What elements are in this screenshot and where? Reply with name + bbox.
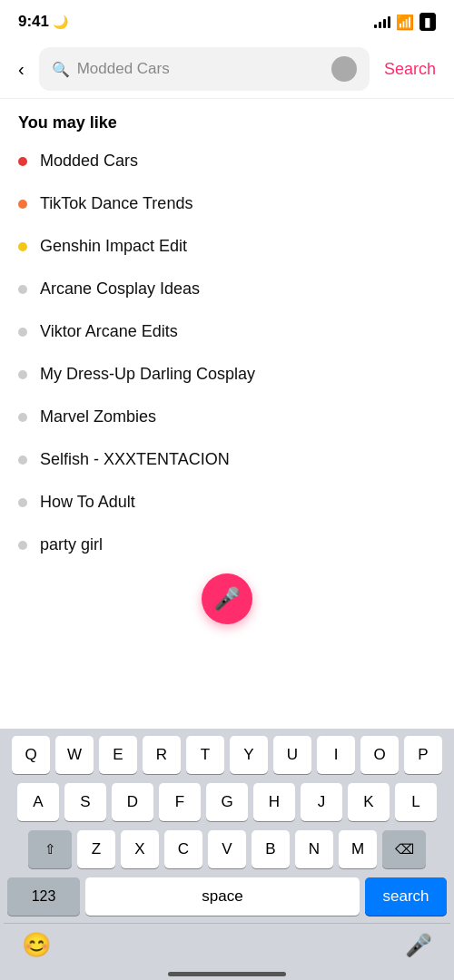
signal-icon <box>374 15 390 28</box>
key-i[interactable]: I <box>317 736 355 774</box>
dot-icon <box>18 413 27 422</box>
dot-icon <box>18 370 27 379</box>
dot-icon <box>18 498 27 507</box>
keyboard-row-2: ASDFGHJKL <box>4 783 450 821</box>
key-m[interactable]: M <box>339 830 377 868</box>
key-r[interactable]: R <box>143 736 181 774</box>
key-g[interactable]: G <box>206 783 248 821</box>
back-button[interactable]: ‹ <box>15 55 28 83</box>
moon-icon: 🌙 <box>53 15 68 29</box>
status-bar: 9:41 🌙 📶 ▮ <box>0 0 454 40</box>
key-f[interactable]: F <box>159 783 201 821</box>
suggestion-text: TikTok Dance Trends <box>40 194 192 213</box>
key-b[interactable]: B <box>252 830 290 868</box>
list-item[interactable]: My Dress-Up Darling Cosplay <box>0 353 454 396</box>
suggestion-text: Viktor Arcane Edits <box>40 322 178 341</box>
key-s[interactable]: S <box>64 783 106 821</box>
list-item[interactable]: Genshin Impact Edit <box>0 225 454 268</box>
numbers-key[interactable]: 123 <box>7 877 80 916</box>
section-title: You may like <box>0 99 454 140</box>
search-bar[interactable]: 🔍 Modded Cars <box>39 47 370 91</box>
avatar <box>331 56 357 82</box>
key-u[interactable]: U <box>273 736 311 774</box>
dot-icon <box>18 242 27 251</box>
dot-icon <box>18 456 27 465</box>
suggestion-text: Marvel Zombies <box>40 407 156 426</box>
key-e[interactable]: E <box>99 736 137 774</box>
key-n[interactable]: N <box>295 830 333 868</box>
status-time: 9:41 <box>18 13 49 31</box>
key-h[interactable]: H <box>253 783 295 821</box>
dot-icon <box>18 157 27 166</box>
mic-fab-icon: 🎤 <box>213 586 241 612</box>
suggestion-text: Genshin Impact Edit <box>40 237 187 256</box>
suggestion-text: Modded Cars <box>40 152 138 171</box>
home-bar <box>168 972 286 976</box>
key-j[interactable]: J <box>301 783 342 821</box>
list-item[interactable]: Modded Cars <box>0 140 454 182</box>
dictation-key[interactable]: 🎤 <box>405 933 432 958</box>
key-o[interactable]: O <box>360 736 399 774</box>
dot-icon <box>18 200 27 209</box>
keyboard: QWERTYUIOP ASDFGHJKL ⇧ ZXCVBNM⌫ 123 spac… <box>0 729 454 980</box>
emoji-key[interactable]: 😊 <box>22 931 51 959</box>
key-p[interactable]: P <box>404 736 442 774</box>
keyboard-accessory: 😊 🎤 <box>4 923 450 966</box>
suggestion-text: Arcane Cosplay Ideas <box>40 279 200 299</box>
key-z[interactable]: Z <box>77 830 115 868</box>
key-d[interactable]: D <box>112 783 153 821</box>
list-item[interactable]: How To Adult <box>0 481 454 524</box>
key-a[interactable]: A <box>17 783 59 821</box>
keyboard-row-1: QWERTYUIOP <box>4 736 450 774</box>
keyboard-row-3: ⇧ ZXCVBNM⌫ <box>4 830 450 868</box>
list-item[interactable]: Arcane Cosplay Ideas <box>0 268 454 310</box>
key-v[interactable]: V <box>208 830 246 868</box>
battery-icon: ▮ <box>419 13 436 31</box>
list-item[interactable]: Selfish - XXXTENTACION <box>0 438 454 481</box>
key-c[interactable]: C <box>164 830 202 868</box>
suggestion-text: Selfish - XXXTENTACION <box>40 450 230 469</box>
wifi-icon: 📶 <box>396 14 414 31</box>
mic-fab-button[interactable]: 🎤 <box>202 573 252 624</box>
key-k[interactable]: K <box>348 783 390 821</box>
search-button[interactable]: Search <box>380 56 439 83</box>
home-indicator <box>4 966 450 980</box>
suggestion-text: How To Adult <box>40 493 135 512</box>
dot-icon <box>18 285 27 294</box>
key-q[interactable]: Q <box>12 736 50 774</box>
search-icon: 🔍 <box>52 61 70 78</box>
list-item[interactable]: Viktor Arcane Edits <box>0 310 454 353</box>
list-item[interactable]: TikTok Dance Trends <box>0 182 454 225</box>
suggestion-text: party girl <box>40 535 103 554</box>
keyboard-bottom-row: 123 space search <box>4 877 450 923</box>
key-t[interactable]: T <box>186 736 224 774</box>
key-x[interactable]: X <box>121 830 159 868</box>
suggestion-text: My Dress-Up Darling Cosplay <box>40 365 255 384</box>
key-l[interactable]: L <box>395 783 437 821</box>
key-w[interactable]: W <box>55 736 94 774</box>
delete-key[interactable]: ⌫ <box>382 830 426 868</box>
shift-key[interactable]: ⇧ <box>28 830 72 868</box>
suggestion-list: Modded Cars TikTok Dance Trends Genshin … <box>0 140 454 566</box>
list-item[interactable]: Marvel Zombies <box>0 396 454 438</box>
search-input[interactable]: Modded Cars <box>77 60 324 78</box>
key-y[interactable]: Y <box>230 736 268 774</box>
dot-icon <box>18 541 27 550</box>
status-icons: 📶 ▮ <box>374 13 436 31</box>
list-item[interactable]: party girl <box>0 524 454 566</box>
dot-icon <box>18 328 27 337</box>
space-key[interactable]: space <box>85 877 360 916</box>
search-header: ‹ 🔍 Modded Cars Search <box>0 40 454 99</box>
keyboard-search-key[interactable]: search <box>365 877 447 916</box>
